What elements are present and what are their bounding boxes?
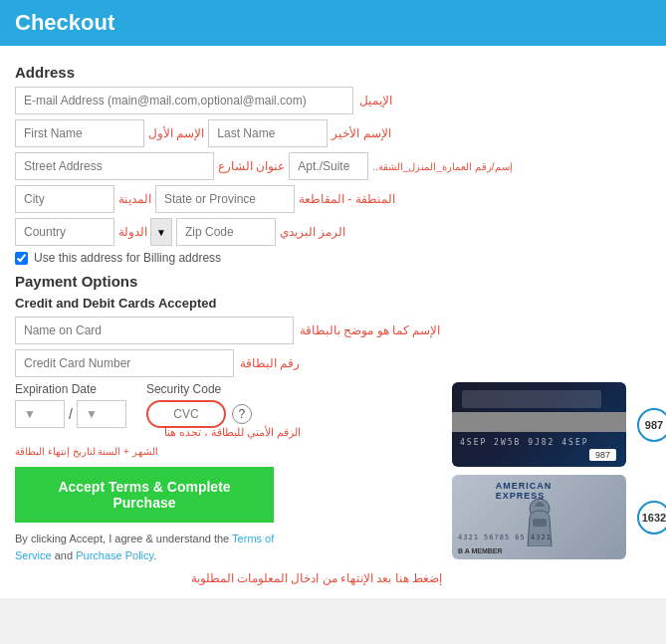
country-input[interactable] [15,218,114,246]
card-name-arabic: الإسم كما هو موضح بالبطاقة [300,323,440,337]
page-title: Checkout [15,10,651,36]
visa-card-wrap: 4SEP 2W5B 9J82 4SEP 987 987 [452,382,651,467]
city-arabic: المدينة [118,192,151,206]
security-label-text: Security Code [146,382,221,396]
state-arabic: المنطقة - المقاطعة [299,192,395,206]
amex-logo: AMERICAN EXPRESS [496,481,583,501]
visa-cvv: 987 [589,449,616,461]
expiry-block: Expiration Date ▼ / ▼ [15,382,126,428]
expiry-arabic: الشهر + السنة لتاريخ إنتهاء البطاقة [15,446,158,457]
email-arabic-label: الإيميل [359,94,392,107]
card-number-row: رقم البطاقة [15,349,651,377]
help-icon[interactable]: ? [232,404,252,424]
expiry-slash: / [69,406,73,422]
street-input[interactable] [15,152,214,180]
country-arabic: الدولة [118,225,147,239]
visa-strip [452,412,626,432]
firstname-arabic: الإسم الأول [148,126,204,140]
apt-input[interactable] [289,152,368,180]
zip-input[interactable] [176,218,276,246]
state-input[interactable] [155,185,295,213]
apt-arabic: إسم/رقم العمارة_المنزل_الشقة.. [372,161,512,172]
expiry-label: Expiration Date [15,382,126,396]
address-title: Address [15,64,651,81]
city-input[interactable] [15,185,114,213]
street-arabic: عنوان الشارع [218,159,285,173]
email-input[interactable] [15,87,353,114]
name-row: الإسم الأول الإسم الأخير [15,119,651,147]
bottom-arabic: إضغط هنا بعد الإنتهاء من ادخال المعلومات… [15,569,442,588]
card-number-input[interactable] [15,349,234,377]
email-row: الإيميل [15,87,651,114]
lastname-arabic: الإسم الأخير [332,126,390,140]
amex-badge: 1632 [637,501,666,535]
address-section: Address الإيميل الإسم الأول الإسم الأخير… [15,64,651,265]
expiry-security-row: Expiration Date ▼ / ▼ [15,382,442,428]
zip-arabic: الرمز البريدي [280,225,345,239]
billing-checkbox[interactable] [15,252,28,265]
expiry-year-select[interactable]: ▼ [77,400,126,428]
firstname-input[interactable] [15,119,144,147]
country-zip-row: الدولة ▼ الرمز البريدي [15,218,651,246]
payment-section: Payment Options Credit and Debit Cards A… [15,273,651,588]
billing-label: Use this address for Billing address [34,251,221,265]
header: Checkout [0,0,666,46]
svg-rect-1 [533,519,547,527]
card-number-arabic: رقم البطاقة [240,356,300,370]
visa-numbers: 4SEP 2W5B 9J82 4SEP [460,438,589,447]
city-state-row: المدينة المنطقة - المقاطعة [15,185,651,213]
purchase-policy-link[interactable]: Purchase Policy [76,549,153,561]
amex-numbers: 4321 56785 65 4321 [458,534,552,541]
accept-button[interactable]: Accept Terms & Complete Purchase [15,467,274,523]
billing-checkbox-row: Use this address for Billing address [15,251,651,265]
terms-text: By clicking Accept, I agree & understand… [15,531,314,563]
amex-card-wrap: AMERICAN EXPRESS 4321 56785 65 4321 B A … [452,475,651,559]
card-images: 4SEP 2W5B 9J82 4SEP 987 987 AMERICAN EXP… [452,382,651,559]
lastname-input[interactable] [208,119,328,147]
cvc-input[interactable] [146,400,226,428]
security-block: Security Code ? [146,382,252,428]
amex-member: B A MEMBER [458,547,503,554]
street-row: عنوان الشارع إسم/رقم العمارة_المنزل_الشق… [15,152,651,180]
visa-card: 4SEP 2W5B 9J82 4SEP 987 [452,382,626,467]
card-name-row: الإسم كما هو موضح بالبطاقة [15,317,651,344]
payment-title: Payment Options [15,273,651,290]
expiry-month-select[interactable]: ▼ [15,400,65,428]
visa-badge: 987 [637,408,666,442]
cards-title: Credit and Debit Cards Accepted [15,296,651,311]
security-arabic-annotation: الرقم الأمني للبطاقة ، تجده هنا [164,426,301,439]
card-name-input[interactable] [15,317,294,344]
country-dropdown-btn[interactable]: ▼ [150,218,172,246]
amex-card: AMERICAN EXPRESS 4321 56785 65 4321 B A … [452,475,626,559]
